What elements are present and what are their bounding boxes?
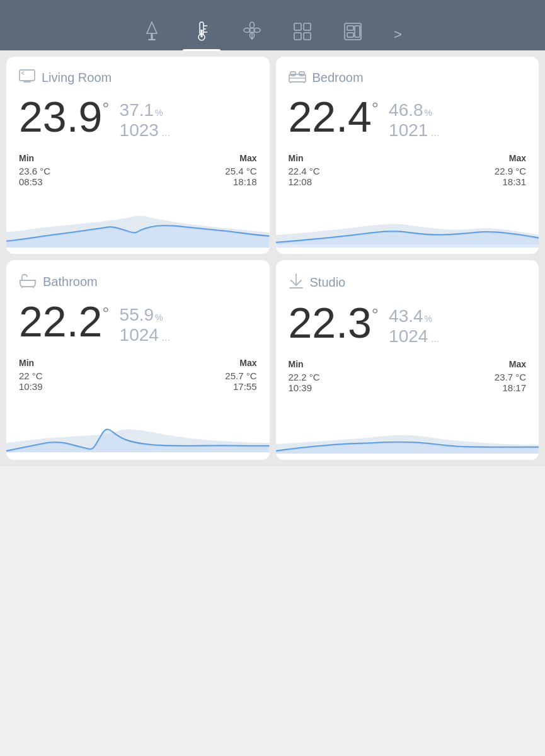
temperature-display: 23.9° — [19, 95, 110, 138]
min-time: 12:08 — [289, 176, 320, 187]
svg-rect-15 — [304, 23, 311, 30]
nav-flower[interactable] — [243, 21, 261, 50]
bed-icon — [289, 69, 306, 86]
min-label: Min — [19, 153, 50, 163]
max-block: Max 25.7 °C 17:55 — [225, 358, 256, 392]
pressure-row: 1024 … — [120, 325, 171, 345]
pressure-row: 1023 … — [120, 120, 171, 140]
pressure-ellipsis: … — [161, 333, 170, 343]
lamp-icon — [143, 21, 161, 44]
temp-degree-symbol: ° — [102, 100, 109, 118]
secondary-readings: 55.9 % 1024 … — [120, 305, 171, 345]
svg-rect-27 — [299, 72, 304, 76]
min-block: Min 22 °C 10:39 — [19, 358, 43, 392]
min-temp: 23.6 °C — [19, 166, 50, 176]
reading-row: 22.3° 43.4 % 1024 … — [289, 301, 527, 346]
svg-rect-20 — [347, 33, 353, 37]
temp-degree-symbol: ° — [372, 100, 379, 118]
svg-rect-17 — [304, 33, 311, 40]
max-block: Max 23.7 °C 18:17 — [495, 359, 526, 393]
pressure-ellipsis: … — [431, 334, 440, 344]
max-temp: 22.9 °C — [495, 166, 526, 176]
svg-rect-7 — [201, 30, 203, 37]
nav-lamp[interactable] — [143, 21, 161, 50]
max-label: Max — [495, 359, 526, 369]
pressure-value: 1024 — [120, 325, 159, 345]
svg-rect-1 — [148, 39, 156, 40]
humidity-unit: % — [155, 108, 163, 118]
secondary-readings: 43.4 % 1024 … — [389, 306, 440, 346]
card-header: Bedroom — [289, 69, 527, 86]
temperature-display: 22.3° — [289, 301, 379, 344]
max-block: Max 25.4 °C 18:18 — [225, 153, 256, 187]
min-time: 10:39 — [19, 381, 43, 392]
humidity-unit: % — [425, 108, 432, 118]
min-label: Min — [289, 359, 320, 369]
pressure-value: 1021 — [389, 120, 428, 140]
minmax-row: Min 23.6 °C 08:53 Max 25.4 °C 18:18 — [19, 153, 257, 187]
svg-rect-22 — [20, 70, 35, 81]
temperature-display: 22.4° — [289, 95, 379, 138]
humidity-row: 37.1 % — [120, 100, 171, 120]
secondary-readings: 37.1 % 1023 … — [120, 100, 171, 140]
min-block: Min 22.4 °C 12:08 — [289, 153, 320, 187]
minmax-row: Min 22.2 °C 10:39 Max 23.7 °C 18:17 — [289, 359, 527, 393]
pressure-value: 1024 — [389, 326, 428, 346]
temperature-display: 22.2° — [19, 300, 110, 343]
min-label: Min — [289, 153, 320, 163]
temperature-chart — [276, 403, 539, 460]
room-name: Bedroom — [313, 71, 364, 85]
bathroom-card[interactable]: Bathroom 22.2° 55.9 % 1024 … Min 22 °C — [6, 260, 270, 460]
pressure-row: 1021 … — [389, 120, 440, 140]
min-label: Min — [19, 358, 43, 368]
temp-value: 22.4 — [289, 95, 372, 138]
media-icon — [343, 22, 362, 44]
tv-icon — [19, 69, 35, 86]
studio-icon — [289, 273, 304, 292]
humidity-row: 46.8 % — [389, 100, 440, 120]
max-block: Max 22.9 °C 18:31 — [495, 153, 526, 187]
max-temp: 23.7 °C — [495, 372, 526, 382]
nav-more-button[interactable]: > — [394, 26, 402, 50]
humidity-unit: % — [425, 314, 432, 324]
living-room-card[interactable]: Living Room 23.9° 37.1 % 1023 … Min 23.6… — [6, 57, 270, 254]
humidity-value: 43.4 — [389, 306, 423, 326]
minmax-row: Min 22.4 °C 12:08 Max 22.9 °C 18:31 — [289, 153, 527, 187]
card-header: Bathroom — [19, 273, 257, 291]
bedroom-card[interactable]: Bedroom 22.4° 46.8 % 1021 … Min 22.4 °C — [276, 57, 539, 254]
max-time: 18:31 — [495, 176, 526, 187]
nav-thermometer[interactable] — [192, 21, 211, 50]
secondary-readings: 46.8 % 1021 … — [389, 100, 440, 140]
card-header: Living Room — [19, 69, 257, 86]
flower-icon — [243, 21, 261, 44]
room-name: Bathroom — [43, 275, 98, 289]
svg-rect-16 — [294, 33, 301, 40]
reading-row: 23.9° 37.1 % 1023 … — [19, 95, 257, 140]
svg-rect-21 — [355, 26, 360, 37]
rooms-grid: Living Room 23.9° 37.1 % 1023 … Min 23.6… — [0, 50, 545, 466]
temp-degree-symbol: ° — [102, 305, 109, 323]
max-temp: 25.7 °C — [225, 370, 256, 381]
pressure-row: 1024 … — [389, 326, 440, 346]
svg-rect-19 — [347, 26, 353, 30]
temperature-chart — [6, 402, 270, 459]
svg-rect-14 — [294, 23, 301, 30]
pressure-ellipsis: … — [431, 128, 440, 138]
room-name: Living Room — [42, 71, 112, 85]
svg-rect-26 — [290, 72, 295, 76]
min-temp: 22.4 °C — [289, 166, 320, 176]
top-navigation: > — [0, 0, 545, 50]
nav-grid[interactable] — [293, 22, 312, 50]
temp-value: 22.3 — [289, 301, 372, 344]
max-label: Max — [225, 153, 256, 163]
humidity-row: 43.4 % — [389, 306, 440, 326]
min-time: 08:53 — [19, 176, 50, 187]
nav-media[interactable] — [343, 22, 362, 50]
pressure-ellipsis: … — [161, 128, 170, 138]
studio-card[interactable]: Studio 22.3° 43.4 % 1024 … Min 22.2 °C — [276, 260, 539, 460]
svg-rect-0 — [151, 33, 153, 40]
minmax-row: Min 22 °C 10:39 Max 25.7 °C 17:55 — [19, 358, 257, 392]
max-temp: 25.4 °C — [225, 166, 256, 176]
min-block: Min 22.2 °C 10:39 — [289, 359, 320, 393]
humidity-unit: % — [155, 312, 163, 323]
